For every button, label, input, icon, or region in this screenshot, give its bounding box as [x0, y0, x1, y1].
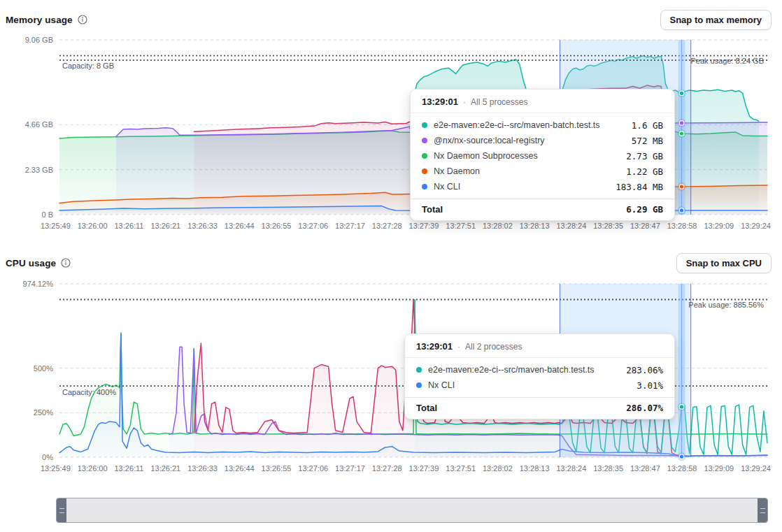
- x-axis-label: 13:27:39: [409, 222, 439, 230]
- tooltip-process-row: e2e-maven:e2e-ci--src/maven-batch.test.t…: [416, 362, 663, 378]
- y-axis-label: 500%: [0, 363, 53, 374]
- series-color-dot: [422, 153, 427, 159]
- total-value: 6.29 GB: [626, 204, 663, 215]
- x-axis-label: 13:26:21: [150, 464, 180, 473]
- x-axis-label: 13:28:35: [593, 464, 623, 473]
- total-value: 286.07%: [626, 403, 663, 413]
- memory-capacity-label: Capacity: 8 GB: [62, 62, 114, 70]
- total-label: Total: [422, 204, 619, 215]
- x-axis-label: 13:26:11: [114, 222, 143, 230]
- series-color-dot: [416, 382, 422, 388]
- brush-handle-right[interactable]: [758, 498, 767, 522]
- cpu-hover-tooltip: 13:29:01 · All 2 processes e2e-maven:e2e…: [404, 333, 675, 419]
- x-axis-label: 13:29:24: [741, 222, 771, 230]
- y-axis-label: 0%: [0, 452, 53, 463]
- x-axis-label: 13:26:33: [187, 464, 218, 473]
- x-axis-label: 13:28:58: [667, 464, 697, 473]
- tooltip-time: 13:29:01: [422, 96, 458, 107]
- dot-separator: ·: [463, 97, 466, 107]
- memory-peak-label: Peak usage: 8.24 GB: [690, 57, 764, 65]
- x-axis-label: 13:28:24: [556, 464, 586, 473]
- info-circle-icon: [78, 15, 87, 24]
- x-axis-label: 13:26:44: [225, 222, 255, 230]
- process-name: Nx CLI: [428, 380, 630, 390]
- process-name: @nx/nx-source:local-registry: [434, 136, 625, 145]
- x-axis-label: 13:28:58: [667, 222, 697, 230]
- x-axis-label: 13:29:09: [704, 464, 734, 473]
- memory-x-axis: 13:25:4913:26:0013:26:1113:26:2113:26:33…: [41, 222, 771, 230]
- x-axis-label: 13:28:24: [556, 222, 586, 230]
- cpu-x-axis: 13:25:4913:26:0013:26:1113:26:2113:26:33…: [41, 464, 771, 473]
- process-value: 3.01%: [637, 380, 663, 391]
- x-axis-label: 13:26:44: [225, 464, 255, 473]
- x-axis-label: 13:28:02: [483, 464, 513, 473]
- y-axis-label: 9.06 GB: [0, 34, 53, 45]
- y-axis-label: 2.33 GB: [0, 164, 53, 175]
- brush-handle-left[interactable]: [57, 498, 66, 522]
- tooltip-subtitle: All 5 processes: [471, 97, 527, 107]
- x-axis-label: 13:26:55: [262, 464, 292, 473]
- x-axis-label: 13:28:13: [520, 222, 550, 230]
- tooltip-process-row: Nx Daemon Subprocesses2.73 GB: [422, 148, 663, 164]
- grip-icon: [760, 508, 765, 513]
- x-axis-label: 13:29:09: [704, 222, 734, 230]
- memory-hover-tooltip: 13:29:01 · All 5 processes e2e-maven:e2e…: [410, 89, 675, 221]
- series-color-dot: [422, 184, 427, 189]
- tooltip-process-row: e2e-maven:e2e-ci--src/maven-batch.test.t…: [422, 117, 663, 133]
- tooltip-process-row: Nx CLI3.01%: [416, 378, 663, 393]
- process-name: Nx CLI: [434, 182, 609, 192]
- series-color-dot: [422, 138, 427, 143]
- x-axis-label: 13:27:51: [446, 464, 476, 473]
- y-axis-label: 4.66 GB: [0, 119, 53, 130]
- x-axis-label: 13:27:17: [335, 222, 365, 230]
- snap-to-max-memory-button[interactable]: Snap to max memory: [660, 10, 772, 30]
- cpu-usage-title: CPU usage: [6, 258, 56, 268]
- x-axis-label: 13:25:49: [41, 222, 71, 230]
- process-name: Nx Daemon Subprocesses: [434, 151, 619, 161]
- x-axis-label: 13:26:21: [150, 222, 180, 230]
- series-color-dot: [422, 122, 427, 128]
- x-axis-label: 13:28:13: [520, 464, 550, 473]
- process-name: e2e-maven:e2e-ci--src/maven-batch.test.t…: [434, 120, 625, 130]
- process-name: e2e-maven:e2e-ci--src/maven-batch.test.t…: [428, 365, 619, 375]
- tooltip-header: 13:29:01 · All 5 processes: [411, 89, 674, 113]
- y-axis-label: 974.12%: [0, 278, 53, 289]
- info-icon[interactable]: [78, 15, 87, 24]
- y-axis-label: 0 B: [0, 209, 53, 220]
- info-circle-icon: [61, 258, 71, 268]
- x-axis-label: 13:26:00: [78, 222, 108, 230]
- series-color-dot: [422, 168, 427, 174]
- snap-to-max-cpu-button[interactable]: Snap to max CPU: [676, 253, 772, 273]
- grip-icon: [59, 508, 64, 513]
- x-axis-label: 13:28:47: [630, 222, 660, 230]
- x-axis-label: 13:28:35: [593, 222, 623, 230]
- info-icon[interactable]: [61, 258, 71, 268]
- process-value: 2.73 GB: [626, 151, 663, 161]
- x-axis-label: 13:27:39: [409, 464, 439, 473]
- x-axis-label: 13:25:49: [41, 464, 71, 473]
- tooltip-rows: e2e-maven:e2e-ci--src/maven-batch.test.t…: [405, 358, 674, 397]
- process-value: 1.22 GB: [626, 166, 663, 177]
- memory-usage-title: Memory usage: [6, 15, 73, 25]
- process-value: 183.84 MB: [616, 182, 663, 192]
- x-axis-label: 13:26:11: [114, 464, 143, 473]
- process-value: 283.06%: [626, 365, 663, 375]
- x-axis-label: 13:27:06: [298, 222, 328, 230]
- cpu-section-header: CPU usage Snap to max CPU: [6, 252, 772, 273]
- timeline-brush[interactable]: [56, 498, 768, 523]
- x-axis-label: 13:27:06: [298, 464, 328, 473]
- tooltip-process-row: @nx/nx-source:local-registry572 MB: [422, 133, 663, 148]
- memory-section-header: Memory usage Snap to max memory: [6, 9, 772, 30]
- tooltip-total-row: Total 6.29 GB: [411, 199, 674, 220]
- tooltip-time: 13:29:01: [416, 341, 453, 352]
- total-label: Total: [416, 403, 619, 413]
- cpu-capacity-label: Capacity: 400%: [62, 388, 116, 396]
- tooltip-process-row: Nx Daemon1.22 GB: [422, 164, 663, 179]
- tooltip-subtitle: All 2 processes: [465, 342, 522, 352]
- dot-separator: ·: [457, 342, 460, 352]
- tooltip-process-row: Nx CLI183.84 MB: [422, 179, 663, 194]
- process-value: 572 MB: [632, 136, 663, 146]
- x-axis-label: 13:29:24: [741, 464, 771, 473]
- x-axis-label: 13:27:28: [372, 222, 402, 230]
- x-axis-label: 13:27:17: [335, 464, 365, 473]
